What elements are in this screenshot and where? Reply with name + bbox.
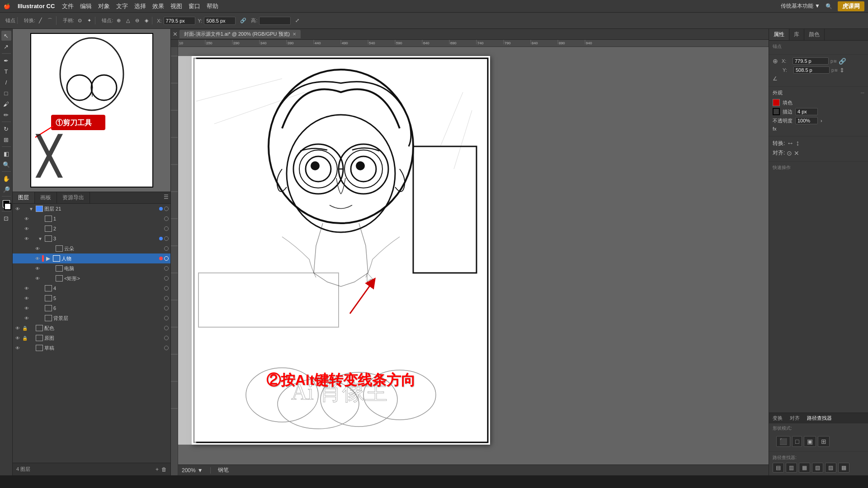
- pf-btn-6[interactable]: ▩: [838, 463, 849, 473]
- zoom-dropdown-icon[interactable]: ▼: [198, 467, 203, 474]
- list-item[interactable]: 👁 5: [13, 293, 170, 303]
- layer-visibility-circle[interactable]: [164, 276, 169, 281]
- shape-intersect-btn[interactable]: ▣: [804, 436, 816, 447]
- h-input[interactable]: [259, 17, 291, 25]
- x-field[interactable]: [793, 57, 829, 65]
- layer-visibility-circle[interactable]: [164, 336, 169, 340]
- pen-tool[interactable]: ✒: [1, 56, 11, 66]
- workspace-label[interactable]: 传统基本功能 ▼: [781, 2, 820, 10]
- eye-icon[interactable]: 👁: [14, 325, 21, 331]
- eye-icon[interactable]: 👁: [24, 295, 30, 301]
- list-item[interactable]: 👁 <矩形>: [13, 273, 170, 283]
- eye-icon[interactable]: 👁: [34, 275, 41, 282]
- artboard-tool[interactable]: ⊡: [1, 213, 11, 223]
- handle-btn-2[interactable]: ✦: [85, 17, 93, 24]
- right-tab-color[interactable]: 颜色: [804, 29, 825, 40]
- direct-select-tool[interactable]: ↗: [1, 42, 11, 52]
- list-item[interactable]: 👁 ▼ 3: [13, 234, 170, 244]
- menu-object[interactable]: 对象: [98, 2, 110, 10]
- opacity-input[interactable]: [795, 117, 818, 124]
- menu-effect[interactable]: 效果: [152, 2, 164, 10]
- appearance-more-btn[interactable]: ···: [861, 90, 864, 95]
- convert-btn-2[interactable]: ⌒: [46, 16, 54, 25]
- apple-icon[interactable]: 🍎: [4, 3, 10, 9]
- layer-visibility-circle[interactable]: [164, 266, 169, 271]
- eye-icon[interactable]: 👁: [34, 265, 41, 272]
- right-tab-properties[interactable]: 属性: [769, 29, 789, 40]
- layer-visibility-circle[interactable]: [164, 316, 169, 320]
- stroke-color[interactable]: [4, 203, 11, 210]
- hand-tool[interactable]: ✋: [1, 174, 11, 183]
- list-item[interactable]: 👁 2: [13, 224, 170, 234]
- pencil-tool[interactable]: ✏: [1, 110, 11, 120]
- list-item[interactable]: 👁 电脑: [13, 263, 170, 273]
- eye-icon[interactable]: 👁: [24, 285, 30, 291]
- pf-btn-1[interactable]: ▤: [773, 463, 784, 473]
- shape-minus-btn[interactable]: □: [792, 436, 802, 447]
- scale-tool[interactable]: ⊞: [1, 135, 11, 145]
- layer-visibility-circle[interactable]: [164, 326, 169, 330]
- fill-swatch[interactable]: [773, 99, 780, 106]
- eye-icon[interactable]: 👁: [24, 235, 30, 242]
- shape-exclude-btn[interactable]: ⊞: [818, 436, 830, 447]
- bottom-tab-align[interactable]: 对齐: [786, 413, 803, 423]
- shape-unite-btn[interactable]: ⬛: [776, 436, 790, 447]
- anchor2-btn-3[interactable]: ⊖: [133, 17, 141, 24]
- menu-help[interactable]: 帮助: [207, 2, 218, 10]
- zoom-control[interactable]: 200% ▼: [182, 467, 203, 474]
- lock-icon[interactable]: 🔒: [22, 336, 28, 341]
- convert-btn-1[interactable]: ╱: [37, 17, 44, 24]
- paintbrush-tool[interactable]: 🖌: [1, 99, 11, 109]
- add-layer-btn[interactable]: +: [156, 466, 159, 473]
- list-item[interactable]: 👁 背景层: [13, 313, 170, 323]
- menu-edit[interactable]: 编辑: [80, 2, 92, 10]
- list-item[interactable]: 👁 ▶ 人物: [13, 253, 170, 263]
- gradient-tool[interactable]: ◧: [1, 149, 11, 159]
- anchor-reset-btn[interactable]: ✕: [794, 150, 799, 157]
- layer-visibility-circle[interactable]: [164, 306, 169, 310]
- delete-layer-btn[interactable]: 🗑: [161, 466, 167, 473]
- eye-icon[interactable]: 👁: [14, 206, 21, 212]
- eye-icon[interactable]: 👁: [24, 305, 30, 311]
- layer-visibility-circle[interactable]: [164, 246, 169, 251]
- panel-tab-artboard[interactable]: 画板: [35, 192, 57, 203]
- pf-btn-2[interactable]: ▥: [786, 463, 797, 473]
- panel-tab-assets[interactable]: 资源导出: [57, 192, 90, 203]
- transform-btn-1[interactable]: ↔: [787, 139, 794, 147]
- layer-visibility-circle[interactable]: [164, 286, 169, 291]
- y-input[interactable]: [204, 17, 236, 25]
- expand-icon[interactable]: ▼: [29, 206, 34, 211]
- opacity-expand-btn[interactable]: ›: [821, 118, 822, 123]
- tab-close-btn[interactable]: ✕: [292, 32, 296, 37]
- handle-btn-1[interactable]: ⊙: [76, 17, 84, 24]
- eye-icon[interactable]: 👁: [14, 345, 21, 351]
- line-tool[interactable]: /: [1, 77, 11, 87]
- canvas-tab[interactable]: 封面-演示源文件1.ai* @ 200% (RGB/GPU 预览) ✕: [179, 30, 301, 38]
- list-item[interactable]: 👁 🔒 原图: [13, 333, 170, 343]
- eye-icon[interactable]: 👁: [24, 225, 30, 232]
- anchor-edit-btn[interactable]: ⊙: [787, 150, 792, 157]
- eye-icon[interactable]: 👁: [24, 216, 30, 222]
- layer-visibility-circle[interactable]: [164, 236, 169, 241]
- transform-btn-2[interactable]: ↕: [796, 139, 799, 147]
- list-item[interactable]: 👁 4: [13, 283, 170, 293]
- pf-btn-4[interactable]: ▧: [812, 463, 823, 473]
- list-item[interactable]: 👁 6: [13, 303, 170, 313]
- transform-btn[interactable]: ⤢: [293, 17, 301, 24]
- panel-menu-btn[interactable]: ☰: [162, 192, 170, 203]
- bottom-tab-transform[interactable]: 变换: [769, 413, 786, 423]
- menu-select[interactable]: 选择: [134, 2, 146, 10]
- select-tool[interactable]: ↖: [1, 31, 11, 41]
- type-tool[interactable]: T: [1, 66, 11, 76]
- panel-tab-layers[interactable]: 图层: [13, 192, 35, 203]
- eye-icon[interactable]: 👁: [34, 255, 41, 262]
- layer-visibility-circle[interactable]: [164, 206, 169, 211]
- layer-visibility-circle[interactable]: [164, 256, 169, 261]
- zoom-tool[interactable]: 🔎: [1, 184, 11, 194]
- expand-icon[interactable]: ▼: [38, 236, 43, 241]
- close-tab-btn[interactable]: ✕: [173, 31, 178, 38]
- layer-visibility-circle[interactable]: [164, 296, 169, 300]
- list-item[interactable]: 👁 云朵: [13, 244, 170, 253]
- list-item[interactable]: 👁 草稿: [13, 343, 170, 353]
- stroke-swatch[interactable]: [773, 108, 780, 115]
